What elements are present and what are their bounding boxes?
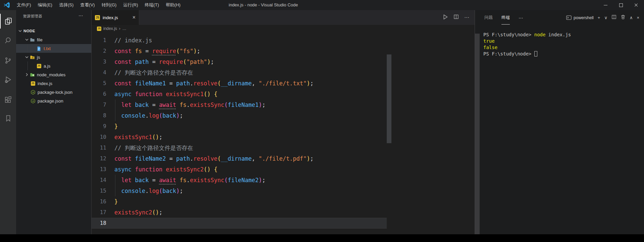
code-line-17[interactable]: 17existsSync2(); xyxy=(92,207,475,218)
tree-item-js[interactable]: JSjs xyxy=(16,53,91,62)
menu-view[interactable]: 查看(V) xyxy=(77,0,98,10)
menu-selection[interactable]: 选择(S) xyxy=(56,0,77,10)
tab-close-icon[interactable]: × xyxy=(132,15,136,20)
code-line-10[interactable]: 10existsSync1(); xyxy=(92,132,475,143)
search-icon[interactable] xyxy=(0,33,16,48)
split-editor-button[interactable] xyxy=(453,14,459,21)
chevron-down-icon xyxy=(24,54,30,60)
code-line-3[interactable]: 3const path = require("path"); xyxy=(92,56,475,67)
maximize-panel-icon[interactable]: ∧ xyxy=(630,15,633,20)
restore-button[interactable] xyxy=(613,0,629,10)
line-number[interactable]: 11 xyxy=(92,143,106,153)
tab-problems[interactable]: 问题 xyxy=(484,10,493,25)
code-line-4[interactable]: 4// 判断这个路径文件是否存在 xyxy=(92,67,475,78)
code-line-16[interactable]: 16} xyxy=(92,196,475,207)
source-control-icon[interactable] xyxy=(0,53,16,68)
line-number[interactable]: 15 xyxy=(92,186,106,196)
line-number[interactable]: 13 xyxy=(92,164,106,175)
line-number[interactable]: 8 xyxy=(92,110,106,121)
menu-help[interactable]: 帮助(H) xyxy=(162,0,184,10)
line-number[interactable]: 7 xyxy=(92,99,106,110)
code-line-6[interactable]: 6async function existsSync1() { xyxy=(92,89,475,99)
menu-terminal[interactable]: 终端(T) xyxy=(141,0,162,10)
line-number[interactable]: 17 xyxy=(92,207,106,218)
line-number[interactable]: 16 xyxy=(92,196,106,207)
line-number[interactable]: 14 xyxy=(92,175,106,186)
tree-section-node[interactable]: NODE xyxy=(16,27,91,35)
line-number[interactable]: 6 xyxy=(92,89,106,99)
titlebar: 文件(F) 编辑(E) 选择(S) 查看(V) 转到(G) 运行(R) 终端(T… xyxy=(0,0,644,10)
minimize-icon xyxy=(604,5,607,5)
vscode-window: 文件(F) 编辑(E) 选择(S) 查看(V) 转到(G) 运行(R) 终端(T… xyxy=(0,0,644,242)
bookmarks-icon[interactable] xyxy=(0,111,16,126)
code-line-9[interactable]: 9} xyxy=(92,121,475,132)
code-line-11[interactable]: 11// 判断这个路径文件是否存在 xyxy=(92,143,475,153)
editor-scrollbar[interactable] xyxy=(387,54,391,143)
line-number[interactable]: 2 xyxy=(92,46,106,56)
panel-scrollbar[interactable] xyxy=(475,34,480,234)
explorer-more-icon[interactable]: ⋯ xyxy=(78,13,83,18)
line-number[interactable]: 3 xyxy=(92,56,106,67)
code-line-13[interactable]: 13async function existsSync2() { xyxy=(92,164,475,175)
tree-item-file[interactable]: file xyxy=(16,35,91,44)
editor-more-icon[interactable]: ⋯ xyxy=(464,14,469,21)
menu-goto[interactable]: 转到(G) xyxy=(98,0,120,10)
breadcrumb-file[interactable]: index.js xyxy=(103,26,117,31)
code-editor[interactable]: 1// index.js2const fs = require("fs");3c… xyxy=(92,32,475,234)
shell-name: powershell xyxy=(574,15,594,20)
menu-file[interactable]: 文件(F) xyxy=(13,0,35,10)
terminal-dropdown-icon[interactable]: ∨ xyxy=(604,15,607,20)
code-line-18[interactable]: 18 xyxy=(92,218,387,229)
line-number[interactable]: 5 xyxy=(92,78,106,89)
run-debug-icon[interactable] xyxy=(0,72,16,87)
tab-terminal[interactable]: 终端 xyxy=(501,10,510,25)
explorer-title: 资源管理器 xyxy=(23,14,42,19)
kill-terminal-icon[interactable] xyxy=(621,14,626,21)
panel-more-icon[interactable]: ⋯ xyxy=(519,15,523,21)
tree-item-label: node_modules xyxy=(37,72,65,77)
line-number[interactable]: 18 xyxy=(92,218,106,228)
close-window-button[interactable] xyxy=(629,0,644,10)
line-number[interactable]: 1 xyxy=(92,35,106,46)
tree-item-index.js[interactable]: JSindex.js xyxy=(16,79,91,88)
code-line-1[interactable]: 1// index.js xyxy=(92,35,475,46)
breadcrumb: JS index.js › … xyxy=(92,25,475,32)
minimize-button[interactable] xyxy=(598,0,613,10)
tree-item-package-lock.json[interactable]: JSpackage-lock.json xyxy=(16,88,91,96)
tree-item-a.js[interactable]: JSa.js xyxy=(16,62,91,70)
vscode-logo xyxy=(3,2,10,8)
menu-run[interactable]: 运行(R) xyxy=(120,0,141,10)
new-terminal-button[interactable]: + xyxy=(598,15,600,20)
line-number[interactable]: 12 xyxy=(92,153,106,164)
menu-edit[interactable]: 编辑(E) xyxy=(35,0,56,10)
code-line-12[interactable]: 12const fileName2 = path.resolve(__dirna… xyxy=(92,153,475,164)
breadcrumb-more[interactable]: … xyxy=(122,26,126,31)
tree-item-label: a.js xyxy=(44,64,50,69)
tree-item-t.txt[interactable]: t.txt xyxy=(16,44,91,53)
explorer-icon[interactable] xyxy=(0,14,16,29)
code-line-8[interactable]: 8 console.log(back); xyxy=(92,110,475,121)
close-panel-icon[interactable]: × xyxy=(637,15,639,20)
extensions-icon[interactable] xyxy=(0,92,16,107)
js-file-icon: JS xyxy=(97,27,101,31)
tab-index-js[interactable]: JS index.js × xyxy=(92,10,139,25)
code-line-5[interactable]: 5const fileName1 = path.resolve(__dirnam… xyxy=(92,78,475,89)
line-number[interactable]: 4 xyxy=(92,67,106,78)
window-title: index.js - node - Visual Studio Code xyxy=(188,0,339,10)
terminal-line: false xyxy=(483,44,643,51)
code-line-15[interactable]: 15 console.log(back); xyxy=(92,186,475,196)
code-line-2[interactable]: 2const fs = require("fs"); xyxy=(92,46,475,56)
run-file-button[interactable] xyxy=(442,14,448,21)
line-number[interactable]: 10 xyxy=(92,132,106,143)
split-terminal-button[interactable] xyxy=(611,14,616,21)
js-icon: JS xyxy=(36,63,42,69)
tree-item-node_modules[interactable]: node_modules xyxy=(16,70,91,79)
code-line-14[interactable]: 14 let back = await fs.existsSync(fileNa… xyxy=(92,175,475,186)
tree-item-label: js xyxy=(37,55,40,60)
code-line-7[interactable]: 7 let back = await fs.existsSync(fileNam… xyxy=(92,99,475,110)
line-number[interactable]: 9 xyxy=(92,121,106,132)
tree-item-package.json[interactable]: JSpackage.json xyxy=(16,96,91,105)
terminal-output[interactable]: PS F:\study\node> node index.jstruefalse… xyxy=(483,32,643,57)
shell-selector[interactable]: powershell xyxy=(566,15,594,20)
folder-icon xyxy=(30,37,35,42)
